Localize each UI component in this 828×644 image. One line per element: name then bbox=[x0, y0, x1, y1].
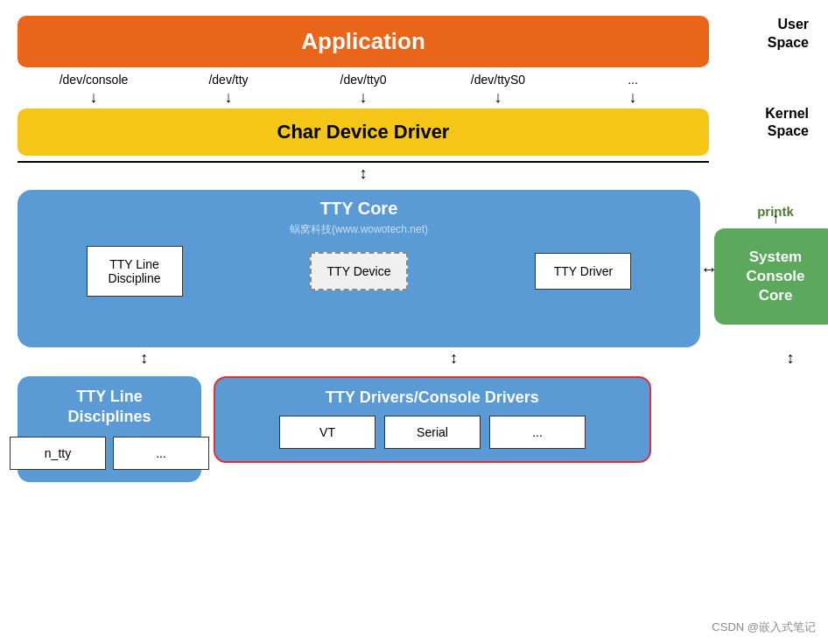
user-kernel-divider bbox=[18, 161, 709, 163]
system-console-title: SystemConsoleCore bbox=[746, 248, 804, 305]
tty-drivers-title: TTY Drivers/Console Drivers bbox=[224, 388, 641, 407]
char-device-driver-box: Char Device Driver bbox=[18, 108, 709, 156]
arrow-2: ↓ bbox=[161, 88, 296, 107]
tty-drv-inner: VT Serial ... bbox=[224, 416, 641, 449]
drv-down-arrow: ↕ bbox=[450, 349, 458, 368]
csdn-watermark: CSDN @嵌入式笔记 bbox=[712, 620, 816, 635]
bottom-section: TTY Line Disciplines n_tty ... TTY Drive… bbox=[18, 376, 828, 482]
tty-device-box: TTY Device bbox=[310, 252, 409, 290]
console-down-arrow: ↕ bbox=[786, 349, 794, 367]
tty-line-discipline-box: TTY LineDiscipline bbox=[87, 246, 183, 297]
tty-driver-label: TTY Driver bbox=[554, 264, 613, 278]
char-to-tty-arrow: ↕ bbox=[360, 164, 368, 183]
tty-core-watermark: 蜗窝科技(www.wowotech.net) bbox=[32, 222, 686, 237]
system-console-box: printk ↑ SystemConsoleCore bbox=[714, 228, 828, 325]
arrow-5: ↓ bbox=[565, 88, 700, 107]
tty-device-label: TTY Device bbox=[327, 264, 391, 278]
printk-arrow: ↑ bbox=[772, 211, 779, 227]
dev-path-ellipsis: ... bbox=[565, 73, 700, 87]
ld-down-arrow: ↕ bbox=[140, 349, 148, 367]
application-label: Application bbox=[301, 28, 425, 54]
ld-ellipsis-box: ... bbox=[113, 437, 209, 470]
dev-path-ttys0: /dev/ttyS0 bbox=[431, 73, 565, 87]
vt-box: VT bbox=[279, 416, 375, 449]
vt-label: VT bbox=[319, 425, 335, 439]
sys-console-container: printk ↑ SystemConsoleCore ↔ bbox=[714, 190, 828, 347]
down-arrows-row: ↓ ↓ ↓ ↓ ↓ bbox=[18, 88, 709, 107]
n-tty-label: n_tty bbox=[45, 446, 71, 460]
char-device-driver-label: Char Device Driver bbox=[277, 121, 450, 143]
tty-ld-inner: n_tty ... bbox=[26, 437, 193, 470]
kernel-space-label: Kernel Space bbox=[765, 105, 809, 142]
user-space-label: User Space bbox=[765, 16, 809, 52]
dev-path-tty0: /dev/tty0 bbox=[296, 73, 431, 87]
tty-line-disciplines-title: TTY Line Disciplines bbox=[26, 387, 193, 428]
serial-box: Serial bbox=[384, 416, 481, 449]
diagram-container: User Space Kernel Space Application /dev… bbox=[0, 0, 828, 644]
conn-left-arrow: ↕ bbox=[61, 347, 227, 368]
arrow-4: ↓ bbox=[431, 88, 565, 107]
tty-line-discipline-label: TTY LineDiscipline bbox=[109, 257, 161, 285]
n-tty-box: n_tty bbox=[10, 437, 106, 470]
tty-core-box: TTY Core 蜗窝科技(www.wowotech.net) TTY Line… bbox=[18, 190, 700, 347]
drv-ellipsis-box: ... bbox=[489, 416, 586, 449]
tty-core-inner: TTY LineDiscipline TTY Device TTY Driver bbox=[32, 246, 686, 297]
char-to-tty-arrow-row: ↕ bbox=[18, 164, 709, 183]
application-box: Application bbox=[18, 16, 709, 67]
arrow-3: ↓ bbox=[296, 88, 431, 107]
tty-line-disciplines-box: TTY Line Disciplines n_tty ... bbox=[18, 376, 201, 482]
arrow-1: ↓ bbox=[26, 88, 161, 107]
tty-core-title: TTY Core bbox=[32, 199, 686, 219]
dev-paths-row: /dev/console /dev/tty /dev/tty0 /dev/tty… bbox=[18, 73, 709, 87]
ld-ellipsis-label: ... bbox=[156, 446, 166, 460]
tty-console-arrow: ↔ bbox=[700, 259, 718, 279]
space-labels: User Space Kernel Space bbox=[765, 16, 809, 141]
serial-label: Serial bbox=[417, 425, 448, 439]
tty-driver-box: TTY Driver bbox=[535, 253, 631, 290]
conn-far-right-arrow: ↕ bbox=[735, 347, 828, 368]
connector-row: ↕ ↕ ↕ bbox=[18, 347, 828, 368]
drv-ellipsis-label: ... bbox=[532, 425, 543, 439]
conn-right-arrows: ↕ bbox=[256, 347, 651, 368]
dev-path-tty: /dev/tty bbox=[161, 73, 296, 87]
middle-section: TTY Core 蜗窝科技(www.wowotech.net) TTY Line… bbox=[18, 190, 828, 347]
dev-path-console: /dev/console bbox=[26, 73, 161, 87]
tty-drivers-box: TTY Drivers/Console Drivers VT Serial ..… bbox=[214, 376, 651, 463]
